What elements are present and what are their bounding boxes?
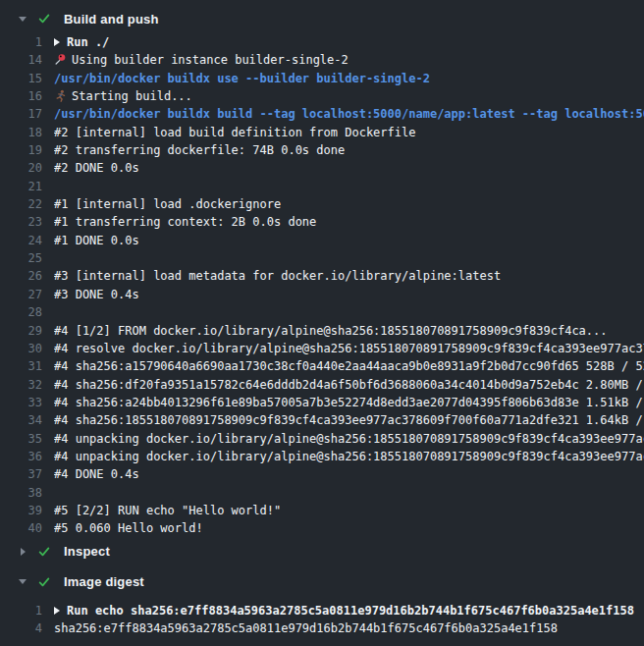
line-number[interactable]: 20 bbox=[0, 159, 42, 177]
line-number[interactable]: 1 bbox=[0, 33, 42, 51]
log-line: 38 bbox=[0, 484, 644, 502]
line-text: #1 transferring context: 2B 0.0s done bbox=[54, 213, 644, 231]
log-line: 23 #1 transferring context: 2B 0.0s done bbox=[0, 213, 644, 231]
line-text: #2 DONE 0.0s bbox=[54, 159, 644, 177]
line-text: #4 sha256:a15790640a6690aa1730c38cf0a440… bbox=[54, 357, 644, 375]
log-line: 40 #5 0.060 Hello world! bbox=[0, 519, 644, 537]
section-title: Build and push bbox=[64, 12, 159, 27]
chevron-down-icon[interactable] bbox=[18, 17, 27, 22]
line-text bbox=[54, 484, 644, 502]
line-text bbox=[54, 303, 644, 321]
line-text: #5 0.060 Hello world! bbox=[54, 519, 644, 537]
line-number[interactable]: 30 bbox=[0, 340, 42, 357]
line-number[interactable]: 38 bbox=[0, 484, 42, 502]
line-number[interactable]: 21 bbox=[0, 178, 42, 195]
log-line: 25 bbox=[0, 249, 644, 267]
log-line: 28 bbox=[0, 303, 644, 321]
line-text: #4 unpacking docker.io/library/alpine@sh… bbox=[54, 448, 644, 465]
log-section-image-digest: Image digest 1 Run echo sha256:e7ff8834a… bbox=[0, 572, 644, 638]
line-text: /usr/bin/docker buildx build --tag local… bbox=[54, 105, 644, 123]
line-text: Starting build... bbox=[54, 87, 644, 105]
line-number[interactable]: 14 bbox=[0, 51, 42, 69]
check-icon bbox=[37, 12, 51, 26]
log-line: 1 Run ./ bbox=[0, 33, 644, 51]
line-number[interactable]: 28 bbox=[0, 303, 42, 321]
line-number[interactable]: 39 bbox=[0, 502, 42, 519]
line-number[interactable]: 19 bbox=[0, 141, 42, 159]
line-number[interactable]: 31 bbox=[0, 357, 42, 375]
line-number[interactable]: 17 bbox=[0, 105, 42, 123]
line-text: #4 sha256:185518070891758909c9f839cf4ca3… bbox=[54, 411, 644, 429]
log-section-build-and-push: Build and push 1 Run ./ 14 Using builder… bbox=[0, 9, 644, 538]
section-title: Inspect bbox=[64, 544, 110, 559]
line-text: sha256:e7ff8834a5963a2785c5a0811e979d16b… bbox=[54, 619, 644, 637]
line-number[interactable]: 23 bbox=[0, 213, 42, 231]
line-number[interactable]: 27 bbox=[0, 286, 42, 303]
log-line: 33 #4 sha256:a24bb4013296f61e89ba57005a7… bbox=[0, 394, 644, 411]
line-number[interactable]: 4 bbox=[0, 619, 42, 637]
log-line: 39 #5 [2/2] RUN echo "Hello world!" bbox=[0, 502, 644, 519]
line-text: #3 [internal] load metadata for docker.i… bbox=[54, 267, 644, 285]
log-line: 36 #4 unpacking docker.io/library/alpine… bbox=[0, 448, 644, 465]
runner-icon bbox=[54, 89, 67, 102]
line-number[interactable]: 22 bbox=[0, 195, 42, 213]
line-text: #3 DONE 0.4s bbox=[54, 286, 644, 303]
check-icon bbox=[37, 545, 51, 559]
line-number[interactable]: 24 bbox=[0, 232, 42, 249]
line-number[interactable]: 25 bbox=[0, 249, 42, 267]
chevron-down-icon[interactable] bbox=[18, 579, 27, 584]
line-text: #4 unpacking docker.io/library/alpine@sh… bbox=[54, 430, 644, 448]
log-line: 18 #2 [internal] load build definition f… bbox=[0, 124, 644, 141]
line-number[interactable]: 32 bbox=[0, 376, 42, 394]
line-number[interactable]: 1 bbox=[0, 602, 42, 619]
line-number[interactable]: 29 bbox=[0, 322, 42, 340]
line-text: #1 DONE 0.0s bbox=[54, 232, 644, 249]
line-number[interactable]: 34 bbox=[0, 411, 42, 429]
section-header[interactable]: Inspect bbox=[0, 542, 644, 562]
line-number[interactable]: 35 bbox=[0, 430, 42, 448]
line-text: #4 sha256:df20fa9351a15782c64e6dddb2d4a6… bbox=[54, 376, 644, 394]
log-line: 29 #4 [1/2] FROM docker.io/library/alpin… bbox=[0, 322, 644, 340]
section-header[interactable]: Image digest bbox=[0, 572, 644, 592]
section-log-lines: 1 Run ./ 14 Using builder instance build… bbox=[0, 33, 644, 538]
line-text: #4 resolve docker.io/library/alpine@sha2… bbox=[54, 340, 644, 357]
line-text: Run ./ bbox=[54, 33, 644, 51]
section-header[interactable]: Build and push bbox=[0, 9, 644, 28]
log-line: 26 #3 [internal] load metadata for docke… bbox=[0, 267, 644, 285]
expand-arrow-icon[interactable] bbox=[54, 607, 60, 615]
line-number[interactable]: 37 bbox=[0, 465, 42, 483]
line-text: /usr/bin/docker buildx use --builder bui… bbox=[54, 70, 644, 87]
log-section-inspect: Inspect bbox=[0, 542, 644, 562]
log-line: 31 #4 sha256:a15790640a6690aa1730c38cf0a… bbox=[0, 357, 644, 375]
line-text bbox=[54, 178, 644, 195]
log-line: 15 /usr/bin/docker buildx use --builder … bbox=[0, 70, 644, 87]
workflow-log: Build and push 1 Run ./ 14 Using builder… bbox=[0, 0, 644, 637]
line-text: #1 [internal] load .dockerignore bbox=[54, 195, 644, 213]
line-text: #4 DONE 0.4s bbox=[54, 465, 644, 483]
line-number[interactable]: 36 bbox=[0, 448, 42, 465]
line-text: #2 transferring dockerfile: 74B 0.0s don… bbox=[54, 141, 644, 159]
log-line: 4 sha256:e7ff8834a5963a2785c5a0811e979d1… bbox=[0, 619, 644, 637]
log-line: 19 #2 transferring dockerfile: 74B 0.0s … bbox=[0, 141, 644, 159]
section-title: Image digest bbox=[64, 574, 144, 589]
chevron-right-icon[interactable] bbox=[18, 548, 27, 556]
line-number[interactable]: 33 bbox=[0, 394, 42, 411]
line-number[interactable]: 18 bbox=[0, 124, 42, 141]
line-number[interactable]: 26 bbox=[0, 267, 42, 285]
line-text: Using builder instance builder-single-2 bbox=[54, 51, 644, 69]
actions-log-viewer: { "colors": { "background": "#23282e", "… bbox=[0, 0, 644, 646]
log-line: 17 /usr/bin/docker buildx build --tag lo… bbox=[0, 105, 644, 123]
line-number[interactable]: 16 bbox=[0, 87, 42, 105]
log-line: 1 Run echo sha256:e7ff8834a5963a2785c5a0… bbox=[0, 602, 644, 619]
log-line: 21 bbox=[0, 178, 644, 195]
line-text: #5 [2/2] RUN echo "Hello world!" bbox=[54, 502, 644, 519]
line-number[interactable]: 15 bbox=[0, 70, 42, 87]
expand-arrow-icon[interactable] bbox=[54, 38, 60, 46]
line-text: #4 sha256:a24bb4013296f61e89ba57005a7b3e… bbox=[54, 394, 644, 411]
log-line: 20 #2 DONE 0.0s bbox=[0, 159, 644, 177]
check-icon bbox=[37, 575, 51, 589]
line-number[interactable]: 40 bbox=[0, 519, 42, 537]
log-line: 24 #1 DONE 0.0s bbox=[0, 232, 644, 249]
section-log-lines: 1 Run echo sha256:e7ff8834a5963a2785c5a0… bbox=[0, 602, 644, 638]
log-line: 27 #3 DONE 0.4s bbox=[0, 286, 644, 303]
